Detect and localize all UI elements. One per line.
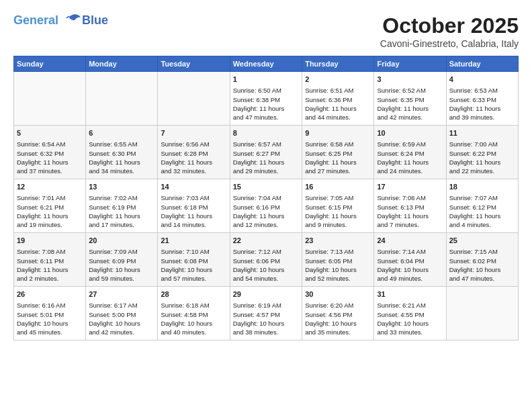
calendar-cell: 29Sunrise: 6:19 AMSunset: 4:57 PMDayligh… [230, 287, 302, 340]
cell-content-line: Sunrise: 7:00 AM [449, 140, 515, 148]
calendar-cell: 18Sunrise: 7:07 AMSunset: 6:12 PMDayligh… [446, 179, 518, 233]
cell-content-line: Daylight: 11 hours [17, 158, 83, 167]
day-number: 6 [89, 128, 154, 138]
header-sunday: Sunday [14, 56, 86, 72]
cell-content-line: and 12 minutes. [233, 220, 299, 229]
cell-content-line: Daylight: 11 hours [89, 212, 154, 220]
logo-text-general: General [13, 13, 58, 27]
day-number: 24 [377, 236, 443, 246]
cell-content-line: and 57 minutes. [161, 274, 226, 283]
cell-content-line: Sunset: 6:38 PM [233, 95, 299, 104]
day-number: 17 [377, 182, 443, 192]
cell-content-line: Sunrise: 6:55 AM [89, 140, 154, 148]
cell-content-line: Daylight: 10 hours [305, 319, 371, 328]
cell-content-line: and 54 minutes. [233, 274, 299, 283]
cell-content-line: Sunrise: 6:17 AM [89, 301, 154, 310]
cell-content-line: Sunrise: 7:06 AM [377, 193, 443, 202]
day-number: 19 [17, 236, 83, 246]
day-number: 12 [17, 182, 83, 192]
cell-content-line: and 47 minutes. [449, 274, 515, 283]
cell-content-line: Sunset: 6:36 PM [305, 95, 371, 104]
cell-content-line: Daylight: 11 hours [449, 158, 515, 167]
calendar-cell: 1Sunrise: 6:50 AMSunset: 6:38 PMDaylight… [230, 72, 302, 126]
cell-content-line: and 35 minutes. [305, 328, 371, 336]
cell-content-line: Daylight: 11 hours [305, 104, 371, 113]
calendar-cell: 13Sunrise: 7:02 AMSunset: 6:19 PMDayligh… [86, 179, 158, 233]
cell-content-line: Sunrise: 7:14 AM [377, 247, 443, 256]
calendar-cell: 20Sunrise: 7:09 AMSunset: 6:09 PMDayligh… [86, 233, 158, 287]
cell-content-line: Daylight: 11 hours [233, 158, 299, 167]
cell-content-line: and 24 minutes. [377, 167, 443, 175]
calendar-week-row: 26Sunrise: 6:16 AMSunset: 5:01 PMDayligh… [14, 287, 519, 340]
cell-content-line: Sunset: 6:22 PM [449, 149, 515, 158]
calendar-subtitle: Cavoni-Ginestreto, Calabria, Italy [380, 38, 519, 49]
calendar-cell: 30Sunrise: 6:20 AMSunset: 4:56 PMDayligh… [302, 287, 374, 340]
calendar-cell: 17Sunrise: 7:06 AMSunset: 6:13 PMDayligh… [374, 179, 446, 233]
cell-content-line: Sunrise: 6:16 AM [17, 301, 83, 310]
header-friday: Friday [374, 56, 446, 72]
day-number: 7 [161, 128, 226, 138]
cell-content-line: Daylight: 10 hours [233, 319, 299, 328]
cell-content-line: Daylight: 11 hours [233, 212, 299, 220]
cell-content-line: and 42 minutes. [377, 113, 443, 122]
cell-content-line: and 40 minutes. [161, 328, 226, 336]
cell-content-line: Daylight: 10 hours [17, 319, 83, 328]
cell-content-line: Sunrise: 6:58 AM [305, 140, 371, 148]
calendar-cell: 16Sunrise: 7:05 AMSunset: 6:15 PMDayligh… [302, 179, 374, 233]
cell-content-line: and 7 minutes. [377, 220, 443, 229]
day-number: 28 [161, 289, 226, 300]
calendar-cell: 2Sunrise: 6:51 AMSunset: 6:36 PMDaylight… [302, 72, 374, 126]
cell-content-line: Sunrise: 7:07 AM [449, 193, 515, 202]
calendar-cell: 21Sunrise: 7:10 AMSunset: 6:08 PMDayligh… [158, 233, 230, 287]
day-number: 8 [233, 128, 299, 138]
cell-content-line: Sunset: 6:06 PM [233, 257, 299, 265]
cell-content-line: and 17 minutes. [89, 220, 154, 229]
cell-content-line: Daylight: 11 hours [161, 212, 226, 220]
cell-content-line: Sunset: 6:04 PM [377, 257, 443, 265]
calendar-cell [446, 287, 518, 340]
calendar-cell: 22Sunrise: 7:12 AMSunset: 6:06 PMDayligh… [230, 233, 302, 287]
cell-content-line: Sunrise: 6:21 AM [377, 301, 443, 310]
calendar-cell: 14Sunrise: 7:03 AMSunset: 6:18 PMDayligh… [158, 179, 230, 233]
calendar-week-row: 1Sunrise: 6:50 AMSunset: 6:38 PMDaylight… [14, 72, 519, 126]
cell-content-line: and 38 minutes. [233, 328, 299, 336]
header-tuesday: Tuesday [158, 56, 230, 72]
cell-content-line: Sunset: 6:28 PM [161, 149, 226, 158]
day-number: 31 [377, 289, 443, 300]
cell-content-line: and 44 minutes. [305, 113, 371, 122]
calendar-table: Sunday Monday Tuesday Wednesday Thursday… [13, 56, 519, 340]
calendar-cell: 12Sunrise: 7:01 AMSunset: 6:21 PMDayligh… [14, 179, 86, 233]
cell-content-line: Sunrise: 7:05 AM [305, 193, 371, 202]
day-number: 9 [305, 128, 371, 138]
cell-content-line: Sunrise: 7:08 AM [17, 247, 83, 256]
header-wednesday: Wednesday [230, 56, 302, 72]
cell-content-line: Daylight: 10 hours [161, 265, 226, 274]
header-thursday: Thursday [302, 56, 374, 72]
cell-content-line: and 4 minutes. [449, 220, 515, 229]
cell-content-line: Sunrise: 7:15 AM [449, 247, 515, 256]
cell-content-line: and 29 minutes. [233, 167, 299, 175]
logo-bird-icon [63, 13, 82, 28]
header-saturday: Saturday [446, 56, 518, 72]
cell-content-line: Sunset: 5:01 PM [17, 310, 83, 319]
cell-content-line: and 37 minutes. [17, 167, 83, 175]
cell-content-line: Daylight: 11 hours [161, 158, 226, 167]
cell-content-line: and 32 minutes. [161, 167, 226, 175]
cell-content-line: Sunrise: 7:13 AM [305, 247, 371, 256]
cell-content-line: Sunset: 6:18 PM [161, 203, 226, 212]
cell-content-line: Sunrise: 6:57 AM [233, 140, 299, 148]
cell-content-line: Daylight: 11 hours [305, 212, 371, 220]
day-number: 27 [89, 289, 154, 300]
cell-content-line: Sunset: 6:13 PM [377, 203, 443, 212]
calendar-cell: 8Sunrise: 6:57 AMSunset: 6:27 PMDaylight… [230, 126, 302, 179]
calendar-week-row: 5Sunrise: 6:54 AMSunset: 6:32 PMDaylight… [14, 126, 519, 179]
day-number: 18 [449, 182, 515, 192]
cell-content-line: and 33 minutes. [377, 328, 443, 336]
calendar-title: October 2025 [380, 13, 519, 38]
calendar-cell: 15Sunrise: 7:04 AMSunset: 6:16 PMDayligh… [230, 179, 302, 233]
cell-content-line: Daylight: 11 hours [305, 158, 371, 167]
cell-content-line: Daylight: 10 hours [377, 319, 443, 328]
cell-content-line: Sunset: 6:24 PM [377, 149, 443, 158]
page-header: General Blue October 2025 Cavoni-Ginestr… [13, 13, 519, 49]
cell-content-line: Sunset: 6:35 PM [377, 95, 443, 104]
